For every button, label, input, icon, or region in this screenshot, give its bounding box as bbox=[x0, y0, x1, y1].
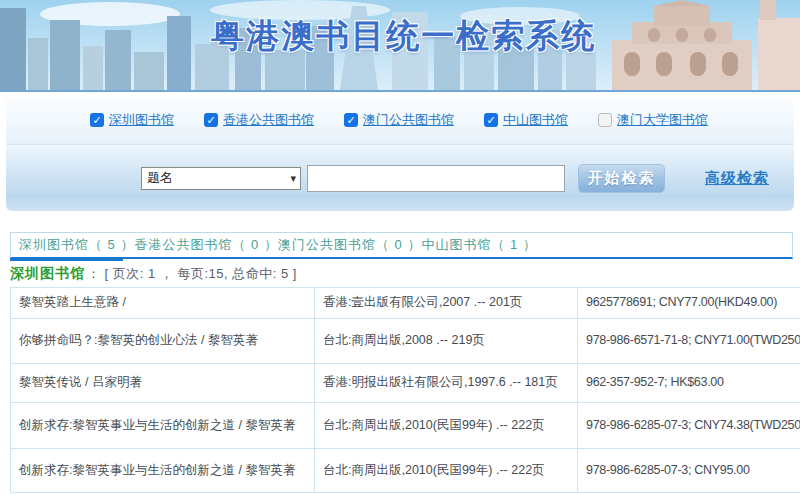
advanced-search-link[interactable]: 高级检索 bbox=[705, 169, 769, 188]
tab-shenzhen-library[interactable]: 深圳图书馆（ 5 ） bbox=[19, 236, 134, 254]
book-isbn-price: 978-986-6285-07-3; CNY95.00 bbox=[578, 449, 800, 493]
library-label[interactable]: 香港公共图书馆 bbox=[223, 111, 314, 129]
library-option-shenzhen[interactable]: ✓ 深圳图书馆 bbox=[90, 111, 174, 129]
library-label[interactable]: 中山图书馆 bbox=[503, 111, 568, 129]
table-row: 创新求存:黎智英事业与生活的创新之道 / 黎智英著 台北:商周出版,2010(民… bbox=[11, 403, 800, 449]
book-publication: 香港:明报出版社有限公司,1997.6 .-- 181页 bbox=[315, 364, 578, 403]
results-table: 黎智英踏上生意路 / 香港:壹出版有限公司,2007 .-- 201页 9625… bbox=[10, 287, 800, 493]
book-isbn-price: 978-986-6285-07-3; CNY74.38(TWD250.00) bbox=[578, 403, 800, 449]
search-bar: 题名 ▾ 开始检索 高级检索 bbox=[6, 144, 794, 211]
chevron-down-icon: ▾ bbox=[290, 172, 296, 185]
library-label[interactable]: 深圳图书馆 bbox=[109, 111, 174, 129]
book-publication: 香港:壹出版有限公司,2007 .-- 201页 bbox=[315, 288, 578, 319]
result-page-info: ： [ 页次: 1 ， 每页:15, 总命中: 5 ] bbox=[87, 265, 297, 283]
checkbox-checked-icon[interactable]: ✓ bbox=[90, 113, 104, 127]
check-icon: ✓ bbox=[206, 115, 215, 126]
book-title-link[interactable]: 黎智英传说 / 吕家明著 bbox=[11, 364, 315, 403]
table-row: 黎智英传说 / 吕家明著 香港:明报出版社有限公司,1997.6 .-- 181… bbox=[11, 364, 800, 403]
search-submit-button[interactable]: 开始检索 bbox=[578, 164, 665, 193]
search-field-select[interactable]: 题名 ▾ bbox=[141, 167, 301, 190]
table-row: 创新求存:黎智英事业与生活的创新之道 / 黎智英著 台北:商周出版,2010(民… bbox=[11, 449, 800, 493]
result-tabs: 深圳图书馆（ 5 ） 香港公共图书馆（ 0 ） 澳门公共图书馆（ 0 ） 中山图… bbox=[10, 232, 793, 259]
library-checkbox-bar: ✓ 深圳图书馆 ✓ 香港公共图书馆 ✓ 澳门公共图书馆 ✓ 中山图书馆 澳门大学… bbox=[6, 96, 794, 144]
book-title-link[interactable]: 黎智英踏上生意路 / bbox=[11, 288, 315, 319]
book-isbn-price: 9625778691; CNY77.00(HKD49.00) bbox=[578, 288, 800, 319]
book-isbn-price: 962-357-952-7; HK$63.00 bbox=[578, 364, 800, 403]
app-title: 粤港澳书目统一检索系统 bbox=[211, 14, 596, 59]
header-banner: 粤港澳书目统一检索系统 bbox=[0, 0, 800, 92]
checkbox-checked-icon[interactable]: ✓ bbox=[484, 113, 498, 127]
library-option-zhongshan[interactable]: ✓ 中山图书馆 bbox=[484, 111, 568, 129]
book-publication: 台北:商周出版,2010(民国99年) .-- 222页 bbox=[315, 403, 578, 449]
result-library-name: 深圳图书馆 bbox=[10, 265, 85, 283]
book-publication: 台北:商周出版,2010(民国99年) .-- 222页 bbox=[315, 449, 578, 493]
library-label[interactable]: 澳门大学图书馆 bbox=[617, 111, 708, 129]
search-field-selected-value: 题名 bbox=[147, 169, 173, 187]
book-title-link[interactable]: 创新求存:黎智英事业与生活的创新之道 / 黎智英著 bbox=[11, 449, 315, 493]
result-summary: 深圳图书馆 ： [ 页次: 1 ， 每页:15, 总命中: 5 ] bbox=[10, 265, 800, 283]
search-input[interactable] bbox=[307, 165, 565, 192]
tab-macau-public-library[interactable]: 澳门公共图书馆（ 0 ） bbox=[278, 236, 421, 254]
active-tab-indicator bbox=[10, 258, 123, 261]
library-option-macau-public[interactable]: ✓ 澳门公共图书馆 bbox=[344, 111, 454, 129]
checkbox-checked-icon[interactable]: ✓ bbox=[204, 113, 218, 127]
book-publication: 台北:商周出版,2008 .-- 219页 bbox=[315, 319, 578, 364]
checkbox-checked-icon[interactable]: ✓ bbox=[344, 113, 358, 127]
check-icon: ✓ bbox=[346, 115, 355, 126]
tab-hongkong-public-library[interactable]: 香港公共图书馆（ 0 ） bbox=[134, 236, 277, 254]
book-title-link[interactable]: 创新求存:黎智英事业与生活的创新之道 / 黎智英著 bbox=[11, 403, 315, 449]
table-row: 你够拼命吗？:黎智英的创业心法 / 黎智英著 台北:商周出版,2008 .-- … bbox=[11, 319, 800, 364]
library-option-macau-university[interactable]: 澳门大学图书馆 bbox=[598, 111, 708, 129]
library-label[interactable]: 澳门公共图书馆 bbox=[363, 111, 454, 129]
tab-zhongshan-library[interactable]: 中山图书馆（ 1 ） bbox=[421, 236, 536, 254]
check-icon: ✓ bbox=[486, 115, 495, 126]
library-option-hongkong[interactable]: ✓ 香港公共图书馆 bbox=[204, 111, 314, 129]
check-icon: ✓ bbox=[92, 115, 101, 126]
checkbox-unchecked-icon[interactable] bbox=[598, 113, 612, 127]
book-isbn-price: 978-986-6571-71-8; CNY71.00(TWD250.00) bbox=[578, 319, 800, 364]
book-title-link[interactable]: 你够拼命吗？:黎智英的创业心法 / 黎智英著 bbox=[11, 319, 315, 364]
table-row: 黎智英踏上生意路 / 香港:壹出版有限公司,2007 .-- 201页 9625… bbox=[11, 288, 800, 319]
